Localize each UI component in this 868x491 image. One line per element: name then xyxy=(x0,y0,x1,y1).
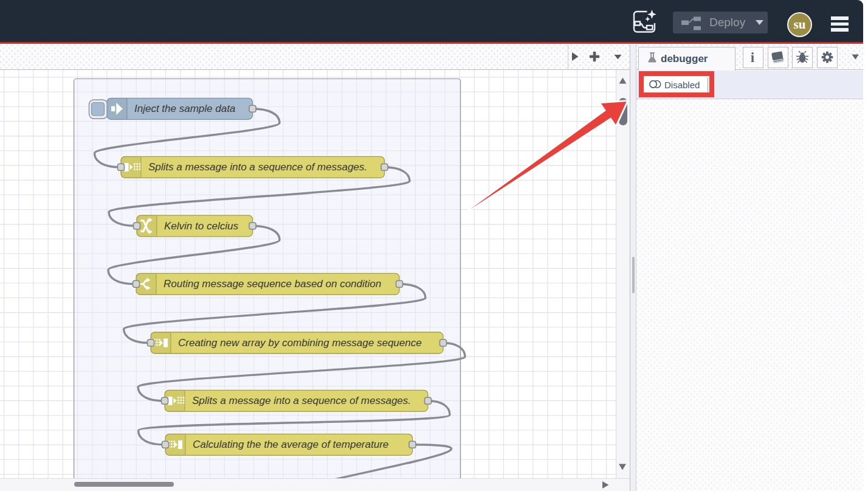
svg-text:Routing message sequence based: Routing message sequence based on condit… xyxy=(164,278,381,290)
svg-text:Creating new array by combinin: Creating new array by combining message … xyxy=(178,337,422,349)
svg-text:Kelvin to celcius: Kelvin to celcius xyxy=(164,220,238,231)
svg-text:Splits a message into a sequen: Splits a message into a sequence of mess… xyxy=(192,395,411,406)
svg-text:Inject the sample data: Inject the sample data xyxy=(134,103,235,114)
svg-text:Calculating the the average of: Calculating the the average of temperatu… xyxy=(193,439,388,450)
svg-text:i: i xyxy=(751,50,755,65)
svg-text:Splits a message into a sequen: Splits a message into a sequence of mess… xyxy=(148,161,367,173)
